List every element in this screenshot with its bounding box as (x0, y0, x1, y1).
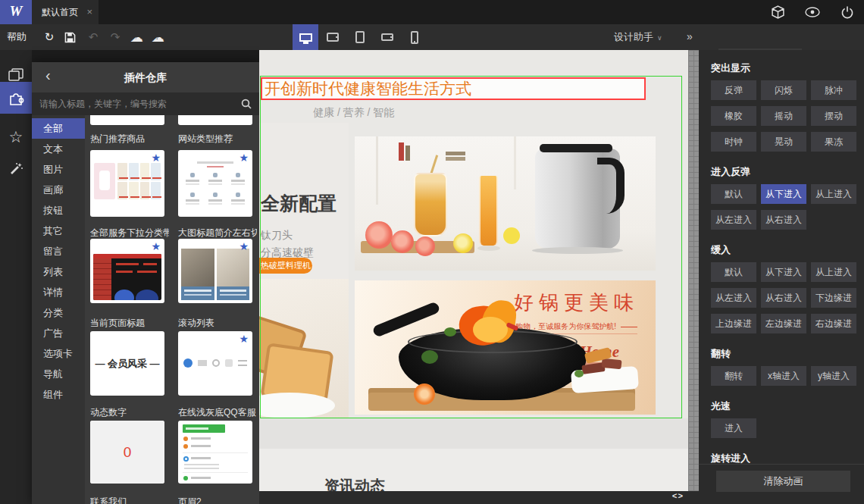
anim-effect-button[interactable]: 默认 (711, 262, 756, 282)
plugin-card-partial[interactable] (178, 115, 252, 125)
plugin-category-item[interactable]: 文本 (32, 139, 85, 159)
kettle-banner-image[interactable] (355, 136, 656, 271)
anim-effect-button[interactable]: 翻转 (711, 366, 756, 386)
plugin-category-item[interactable]: 画廊 (32, 180, 85, 200)
favorite-star-icon[interactable]: ★ (239, 333, 249, 344)
plugins-icon[interactable] (0, 82, 32, 114)
close-tab-icon[interactable]: × (86, 0, 92, 24)
cloud-download-icon[interactable]: ☁↓ (152, 30, 164, 45)
plugin-category-item[interactable]: 其它 (32, 221, 85, 241)
anim-effect-button[interactable]: 从左进入 (711, 288, 756, 308)
cloud-upload-icon[interactable]: ☁↑ (130, 30, 143, 45)
anim-section: 突出显示反弹闪烁脉冲橡胶摇动摆动时钟晃动果冻 (711, 62, 864, 152)
plugin-card-page-title[interactable]: — 会员风采 — (90, 331, 164, 396)
clear-animation-button[interactable]: 清除动画 (716, 471, 850, 492)
anim-effect-button[interactable]: 左边缘进 (761, 314, 806, 333)
page-tab[interactable]: 默认首页 × (32, 0, 99, 24)
power-exit-icon[interactable] (840, 5, 855, 20)
redo-icon[interactable]: ↷ (108, 30, 122, 44)
anim-effect-button[interactable]: 从右进入 (761, 288, 806, 308)
plugin-item-label: 网站类型推荐 (178, 133, 257, 144)
anim-effect-button[interactable]: 进入 (711, 418, 756, 438)
favorites-star-icon[interactable]: ☆ (0, 121, 32, 153)
anim-effect-button[interactable]: 反弹 (711, 80, 756, 100)
magic-wand-icon[interactable] (0, 153, 32, 185)
anim-effect-button[interactable]: 从下进入 (761, 184, 806, 204)
plugin-category-item[interactable]: 组件 (32, 384, 85, 405)
anim-effect-button[interactable]: 上边缘进 (711, 314, 756, 333)
anim-effect-button[interactable]: 果冻 (811, 132, 856, 152)
left-banner-button[interactable]: 热破壁料理机 (259, 258, 312, 274)
plugin-category-item[interactable]: 导航 (32, 364, 85, 384)
plugin-category-item[interactable]: 留言 (32, 241, 85, 261)
plugin-category-item[interactable]: 广告 (32, 323, 85, 343)
plugin-category-item[interactable]: 分类 (32, 302, 85, 323)
save-icon[interactable] (64, 32, 78, 43)
plugin-category-item[interactable]: 按钮 (32, 200, 85, 221)
anim-effect-button[interactable]: 下边缘进 (811, 288, 856, 308)
plugin-card-scroll-list[interactable]: ★ (178, 331, 252, 396)
dynamic-number-thumbnail: 0 (90, 421, 164, 484)
device-tablet-landscape-button[interactable] (320, 24, 346, 50)
plugin-card-hot-products[interactable]: ★ (90, 150, 164, 217)
anim-effect-button[interactable]: 从下进入 (761, 262, 806, 282)
anim-effect-button[interactable]: 从右进入 (761, 210, 806, 230)
anim-effect-button[interactable]: 摇动 (761, 106, 806, 126)
device-desktop-button[interactable] (293, 24, 318, 50)
plugin-category-item[interactable]: 选项卡 (32, 343, 85, 364)
editor-canvas[interactable]: 开创新时代健康智能生活方式 健康 / 营养 / 智能 全新配置 钛刀头 分高速破… (259, 50, 688, 504)
plugin-search-input[interactable] (32, 92, 230, 115)
refresh-icon[interactable]: ↻ (42, 30, 56, 44)
favorite-star-icon[interactable]: ★ (239, 152, 249, 163)
favorite-star-icon[interactable]: ★ (151, 152, 161, 163)
anim-effect-button[interactable]: 晃动 (761, 132, 806, 152)
plugin-card-qq-service[interactable] (178, 421, 252, 484)
anim-effect-button[interactable]: 闪烁 (761, 80, 806, 100)
anim-effect-button[interactable]: y轴进入 (811, 366, 856, 386)
anim-effect-button[interactable]: x轴进入 (761, 366, 806, 386)
plugin-card-site-types[interactable]: ★ (178, 150, 252, 217)
eye-preview-icon[interactable] (805, 5, 820, 20)
wok-banner-image[interactable]: 好锅更美味 无忧购物，至诚服务为你保驾护航! Warm Home (355, 280, 656, 415)
design-assistant-dropdown[interactable]: 设计助手∨ (614, 24, 662, 50)
plugin-card-dynamic-number[interactable]: 0 (90, 421, 164, 484)
plugin-item-label: 大图标题简介左右切... (178, 227, 257, 238)
anim-effect-button[interactable]: 脉冲 (811, 80, 856, 100)
site-types-thumbnail (178, 161, 252, 208)
anim-effect-button[interactable]: 默认 (711, 184, 756, 204)
animation-panel: 突出显示反弹闪烁脉冲橡胶摇动摆动时钟晃动果冻进入反弹默认从下进入从上进入从左进入… (699, 50, 864, 504)
anim-effect-button[interactable]: 从上进入 (811, 262, 856, 282)
plugin-category-item[interactable]: 全部 (32, 118, 85, 139)
selected-heading-element[interactable]: 开创新时代健康智能生活方式 (261, 77, 646, 100)
anim-effect-button[interactable]: 橡胶 (711, 106, 756, 126)
animation-sections: 突出显示反弹闪烁脉冲橡胶摇动摆动时钟晃动果冻进入反弹默认从下进入从上进入从左进入… (711, 62, 864, 464)
plugin-card-services-dropdown[interactable]: ★ (90, 239, 164, 303)
plugin-card-partial[interactable] (90, 115, 164, 125)
plugin-category-item[interactable]: 详情 (32, 282, 85, 302)
search-icon[interactable] (238, 96, 255, 111)
code-view-icon[interactable]: <> (672, 492, 684, 501)
anim-section: 缓入默认从下进入从上进入从左进入从右进入下边缘进上边缘进左边缘进右边缘进 (711, 244, 864, 333)
anim-effect-button[interactable]: 右边缘进 (811, 314, 856, 333)
favorite-star-icon[interactable]: ★ (239, 241, 249, 252)
canvas-scrollbar[interactable] (688, 50, 699, 491)
favorite-star-icon[interactable]: ★ (151, 241, 161, 252)
plugin-category-item[interactable]: 列表 (32, 261, 85, 282)
help-button[interactable]: 帮助 (7, 24, 27, 50)
plugin-card-big-image-slider[interactable]: ★ (178, 239, 252, 303)
preview-cube-icon[interactable] (770, 5, 785, 20)
device-phone-landscape-button[interactable] (374, 24, 400, 50)
device-tablet-portrait-button[interactable] (347, 24, 373, 50)
anim-section-title: 缓入 (711, 244, 864, 255)
anim-effect-button[interactable]: 从左进入 (711, 210, 756, 230)
plugin-category-item[interactable]: 图片 (32, 159, 85, 180)
expand-panel-button[interactable]: » (687, 24, 693, 50)
device-phone-portrait-button[interactable] (402, 24, 427, 50)
app-logo[interactable]: W (0, 0, 32, 24)
anim-effect-button[interactable]: 摆动 (811, 106, 856, 126)
chevron-down-icon: ∨ (657, 34, 662, 42)
canvas-subtitle[interactable]: 健康 / 营养 / 智能 (313, 106, 394, 120)
anim-effect-button[interactable]: 时钟 (711, 132, 756, 152)
undo-icon[interactable]: ↶ (86, 30, 100, 44)
anim-effect-button[interactable]: 从上进入 (811, 184, 856, 204)
